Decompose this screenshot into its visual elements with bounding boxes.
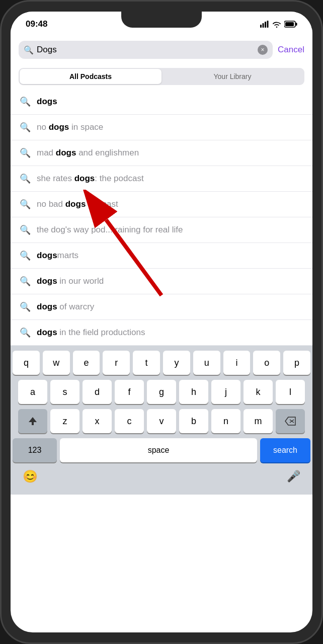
key-x[interactable]: x bbox=[83, 409, 112, 433]
content-area: 🔍 dogs 🔍 no dogs in space 🔍 mad dogs and… bbox=[11, 89, 312, 346]
mic-key[interactable]: 🎤 bbox=[287, 470, 300, 483]
keyboard-row-1: q w e r t y u i o p bbox=[13, 351, 310, 375]
delete-icon bbox=[285, 417, 296, 426]
key-e[interactable]: e bbox=[73, 351, 100, 375]
search-input-wrapper[interactable]: 🔍 × bbox=[19, 41, 273, 59]
search-result-icon: 🔍 bbox=[20, 122, 31, 133]
key-r[interactable]: r bbox=[103, 351, 130, 375]
shift-icon bbox=[27, 416, 38, 427]
list-item[interactable]: 🔍 dogsmarts bbox=[11, 243, 312, 269]
notch bbox=[121, 12, 202, 28]
list-item[interactable]: 🔍 dogs of warcry bbox=[11, 294, 312, 320]
keyboard-extras: 😊 🎤 bbox=[13, 466, 310, 492]
list-item[interactable]: 🔍 she rates dogs: the podcast bbox=[11, 166, 312, 192]
list-item[interactable]: 🔍 the dog's way pod...training for real … bbox=[11, 217, 312, 243]
phone-screen: 09:48 bbox=[11, 12, 312, 632]
search-result-icon: 🔍 bbox=[20, 276, 31, 287]
keyboard-row-3: z x c v b n m bbox=[13, 409, 310, 433]
key-c[interactable]: c bbox=[115, 409, 144, 433]
status-icons bbox=[260, 21, 297, 28]
key-num[interactable]: 123 bbox=[13, 438, 57, 462]
key-u[interactable]: u bbox=[193, 351, 220, 375]
search-result-icon: 🔍 bbox=[20, 327, 31, 338]
search-section: 🔍 × Cancel bbox=[11, 37, 312, 64]
search-result-icon: 🔍 bbox=[20, 147, 31, 158]
search-input[interactable] bbox=[37, 45, 255, 55]
key-l[interactable]: l bbox=[276, 380, 305, 404]
svg-rect-1 bbox=[263, 23, 264, 28]
key-z[interactable]: z bbox=[50, 409, 79, 433]
result-text: dogs bbox=[37, 97, 57, 107]
keyboard-row-2: a s d f g h j k l bbox=[13, 380, 310, 404]
list-item[interactable]: 🔍 no dogs in space bbox=[11, 115, 312, 140]
keyboard: q w e r t y u i o p a s d f g h j k bbox=[11, 346, 312, 495]
search-result-icon: 🔍 bbox=[20, 301, 31, 312]
key-h[interactable]: h bbox=[179, 380, 208, 404]
status-time: 09:48 bbox=[26, 19, 47, 29]
list-item[interactable]: 🔍 dogs in our world bbox=[11, 269, 312, 294]
key-v[interactable]: v bbox=[147, 409, 176, 433]
key-n[interactable]: n bbox=[211, 409, 240, 433]
key-j[interactable]: j bbox=[211, 380, 240, 404]
search-result-icon: 🔍 bbox=[20, 173, 31, 184]
key-g[interactable]: g bbox=[147, 380, 176, 404]
key-k[interactable]: k bbox=[244, 380, 273, 404]
svg-rect-6 bbox=[285, 22, 294, 26]
signal-icon bbox=[260, 21, 269, 28]
key-shift[interactable] bbox=[18, 409, 47, 433]
svg-rect-2 bbox=[265, 22, 266, 28]
search-result-icon: 🔍 bbox=[20, 96, 31, 107]
result-text: dogs in the field productions bbox=[37, 328, 145, 338]
cancel-button[interactable]: Cancel bbox=[278, 45, 304, 55]
search-result-icon: 🔍 bbox=[20, 250, 31, 261]
key-b[interactable]: b bbox=[179, 409, 208, 433]
result-text: no bad dogs podcast bbox=[37, 199, 118, 209]
key-d[interactable]: d bbox=[83, 380, 112, 404]
key-delete[interactable] bbox=[276, 409, 305, 433]
search-result-icon: 🔍 bbox=[20, 199, 31, 210]
results-list: 🔍 dogs 🔍 no dogs in space 🔍 mad dogs and… bbox=[11, 89, 312, 346]
key-f[interactable]: f bbox=[115, 380, 144, 404]
key-a[interactable]: a bbox=[18, 380, 47, 404]
key-i[interactable]: i bbox=[223, 351, 251, 375]
battery-icon bbox=[284, 21, 297, 28]
list-item[interactable]: 🔍 no bad dogs podcast bbox=[11, 192, 312, 217]
result-text: dogs of warcry bbox=[37, 302, 94, 312]
result-text: the dog's way pod...training for real li… bbox=[37, 225, 183, 235]
list-item[interactable]: 🔍 dogs bbox=[11, 89, 312, 115]
key-w[interactable]: w bbox=[43, 351, 70, 375]
result-text: no dogs in space bbox=[37, 122, 103, 132]
result-text: mad dogs and englishmen bbox=[37, 148, 139, 158]
svg-rect-3 bbox=[267, 21, 269, 28]
result-text: dogs in our world bbox=[37, 276, 104, 286]
svg-rect-5 bbox=[296, 23, 297, 26]
svg-rect-0 bbox=[260, 25, 262, 28]
result-text: dogsmarts bbox=[37, 251, 78, 261]
tab-all-podcasts[interactable]: All Podcasts bbox=[20, 69, 162, 84]
search-bar: 🔍 × Cancel bbox=[19, 41, 304, 59]
key-y[interactable]: y bbox=[163, 351, 190, 375]
key-p[interactable]: p bbox=[283, 351, 310, 375]
phone-frame: 09:48 bbox=[0, 0, 323, 644]
emoji-key[interactable]: 😊 bbox=[23, 469, 38, 484]
tabs-wrapper: All Podcasts Your Library bbox=[19, 68, 304, 85]
key-q[interactable]: q bbox=[13, 351, 40, 375]
key-s[interactable]: s bbox=[50, 380, 79, 404]
list-item[interactable]: 🔍 mad dogs and englishmen bbox=[11, 140, 312, 166]
key-space[interactable]: space bbox=[60, 438, 257, 462]
key-t[interactable]: t bbox=[133, 351, 160, 375]
result-text: she rates dogs: the podcast bbox=[37, 174, 144, 184]
tab-your-library[interactable]: Your Library bbox=[162, 69, 303, 84]
key-o[interactable]: o bbox=[253, 351, 280, 375]
tabs-section: All Podcasts Your Library bbox=[11, 64, 312, 89]
search-result-icon: 🔍 bbox=[20, 224, 31, 235]
clear-button[interactable]: × bbox=[258, 45, 268, 55]
key-m[interactable]: m bbox=[244, 409, 273, 433]
search-icon: 🔍 bbox=[24, 45, 34, 55]
list-item[interactable]: 🔍 dogs in the field productions bbox=[11, 320, 312, 346]
wifi-icon bbox=[272, 21, 281, 28]
keyboard-bottom-row: 123 space search bbox=[13, 438, 310, 462]
key-search[interactable]: search bbox=[260, 438, 310, 462]
